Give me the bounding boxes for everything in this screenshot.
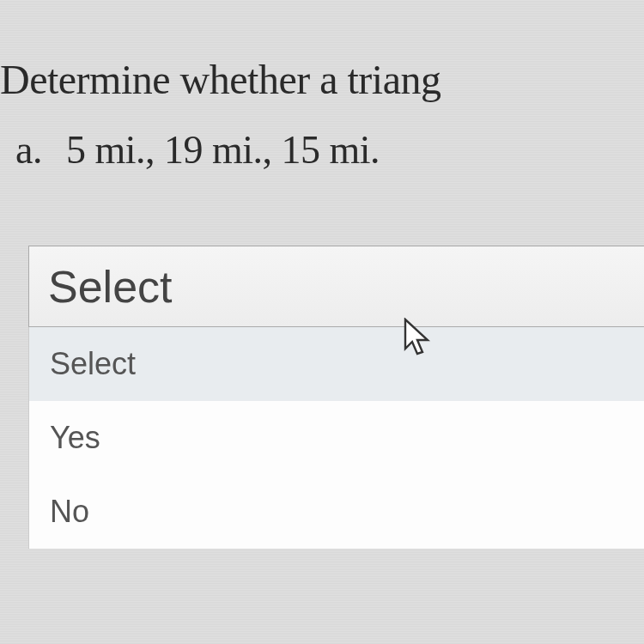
sub-text: 5 mi., 19 mi., 15 mi. <box>66 128 380 172</box>
dropdown-option-yes[interactable]: Yes <box>29 401 644 475</box>
dropdown-selected[interactable]: Select <box>28 246 644 327</box>
dropdown-list: Select Yes No <box>28 327 644 549</box>
sub-letter: a. <box>15 128 42 172</box>
dropdown-option-select[interactable]: Select <box>29 327 644 401</box>
question-prompt: Determine whether a triang <box>0 0 644 103</box>
subquestion-a: a.5 mi., 19 mi., 15 mi. <box>0 103 644 173</box>
dropdown-option-no[interactable]: No <box>29 475 644 549</box>
dropdown-selected-text: Select <box>48 261 173 313</box>
answer-dropdown[interactable]: Select Select Yes No <box>28 246 644 549</box>
